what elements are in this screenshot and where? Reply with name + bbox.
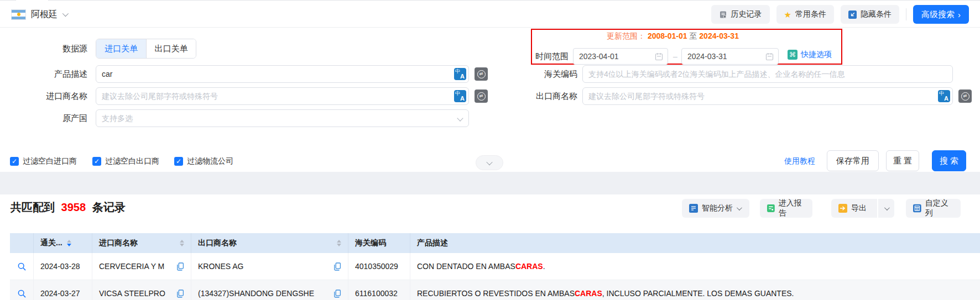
report-icon	[767, 204, 775, 213]
importer-label: 进口商名称	[10, 87, 87, 105]
sort-icon[interactable]	[337, 240, 341, 246]
highlight-term: CARAS	[515, 262, 543, 271]
hscode-input[interactable]	[582, 65, 953, 83]
origin-country-input[interactable]	[96, 109, 469, 127]
tab-import-declarations[interactable]: 进口关单	[96, 39, 146, 58]
tab-export-declarations[interactable]: 出口关单	[146, 39, 196, 58]
header-exporter[interactable]: 出口商名称	[191, 233, 348, 253]
quick-options-link[interactable]: ⌘ 快捷选项	[788, 50, 832, 60]
columns-icon	[913, 204, 921, 213]
exporter-input[interactable]	[582, 87, 953, 105]
translate-icon[interactable]: 中 A	[938, 90, 950, 102]
argentina-flag-icon	[11, 9, 26, 20]
results-panel: 共匹配到 3958 条记录 智能分析 进入报告 导出 自定义列	[0, 194, 980, 300]
start-date-input[interactable]: 2023-04-01	[573, 48, 668, 65]
cell-date: 2024-03-28	[34, 253, 92, 280]
translate-icon[interactable]: 中 A	[454, 90, 466, 102]
cell-exporter: KRONES AG	[191, 253, 348, 280]
sort-icon[interactable]	[67, 240, 71, 246]
cell-date: 2024-03-27	[34, 280, 92, 300]
copy-icon[interactable]	[333, 262, 341, 271]
magnifier-icon[interactable]	[17, 262, 27, 271]
topbar-divider	[906, 8, 906, 20]
product-desc-field: 中 A	[96, 65, 469, 83]
synonym-toggle-icon[interactable]: ⇄	[475, 67, 488, 81]
star-icon: ★	[784, 10, 791, 19]
export-icon	[838, 204, 847, 213]
hide-conditions-button[interactable]: 隐藏条件	[841, 5, 899, 24]
importer-input[interactable]	[96, 87, 469, 105]
export-button[interactable]: 导出	[831, 199, 877, 218]
analysis-icon	[689, 204, 698, 213]
favorites-button[interactable]: ★ 常用条件	[776, 5, 834, 24]
cell-product-desc: RECUBIERTOS O REVESTIDOS EN AMBAS CARAS,…	[410, 280, 980, 300]
export-label: 导出	[851, 203, 867, 213]
summary-suffix: 条记录	[92, 201, 126, 213]
chevron-down-icon	[737, 205, 742, 210]
datasource-tabs: 进口关单 出口关单	[96, 39, 196, 59]
customize-columns-button[interactable]: 自定义列	[906, 199, 961, 218]
customize-columns-label: 自定义列	[925, 198, 953, 218]
enter-report-label: 进入报告	[779, 198, 805, 218]
sort-icon[interactable]	[180, 240, 184, 246]
exporter-label: 出口商名称	[500, 87, 577, 105]
product-desc-label: 产品描述	[10, 65, 87, 83]
end-date-input[interactable]: 2024-03-31	[681, 48, 779, 65]
update-range-label: 更新范围：	[607, 31, 645, 40]
update-range-to: 2024-03-31	[699, 31, 739, 40]
checkbox-checked-icon: ✓	[92, 157, 101, 166]
header-clearance-date[interactable]: 通关...	[34, 233, 92, 253]
results-table: 通关... 进口商名称 出口商名称 海关编码 产品描述	[10, 233, 980, 300]
search-button[interactable]: 搜 索	[932, 150, 966, 171]
table-row: 2024-03-28 CERVECERIA Y M KRONES AG 4010…	[10, 253, 980, 280]
header-importer[interactable]: 进口商名称	[92, 233, 191, 253]
product-desc-input[interactable]	[96, 65, 469, 83]
header-detail-col	[10, 233, 34, 253]
hscode-label: 海关编码	[500, 65, 577, 83]
reset-button[interactable]: 重 置	[886, 150, 919, 171]
importer-field: 中 A	[96, 87, 469, 105]
collapse-icon	[848, 10, 857, 19]
enter-report-button[interactable]: 进入报告	[760, 199, 812, 218]
header-hscode: 海关编码	[348, 233, 410, 253]
header-product-desc: 产品描述	[410, 233, 980, 253]
checkbox-checked-icon: ✓	[10, 157, 19, 166]
start-date-value: 2023-04-01	[579, 52, 651, 61]
arrow-right-icon: ›	[958, 10, 961, 19]
export-dropdown-button[interactable]	[878, 199, 894, 218]
magnifier-icon[interactable]	[17, 289, 27, 298]
topbar: 阿根廷 历史记录 ★ 常用条件 隐藏条件 高级搜索	[0, 1, 980, 28]
smart-analysis-button[interactable]: 智能分析	[682, 199, 749, 218]
cell-importer: VICSA STEELPRO	[92, 280, 191, 300]
command-icon: ⌘	[788, 50, 797, 60]
tutorial-link[interactable]: 使用教程	[784, 150, 815, 171]
origin-country-select[interactable]	[96, 109, 469, 127]
cell-hscode: 6116100032	[348, 280, 410, 300]
filter-blank-exporter-checkbox[interactable]: ✓ 过滤空白出口商	[92, 156, 159, 166]
synonym-toggle-icon[interactable]: ⇄	[958, 90, 972, 103]
summary-prefix: 共匹配到	[11, 201, 55, 213]
advanced-search-button[interactable]: 高级搜索 ›	[913, 5, 969, 24]
topbar-actions: 历史记录 ★ 常用条件 隐藏条件 高级搜索 ›	[711, 5, 969, 24]
filter-blank-importer-checkbox[interactable]: ✓ 过滤空白进口商	[10, 156, 77, 166]
cell-importer: CERVECERIA Y M	[92, 253, 191, 280]
copy-icon[interactable]	[333, 290, 341, 298]
checkbox-checked-icon: ✓	[174, 157, 183, 166]
save-conditions-button[interactable]: 保存常用	[827, 150, 879, 171]
cell-hscode: 4010350029	[348, 253, 410, 280]
copy-icon[interactable]	[176, 262, 184, 271]
synonym-toggle-icon[interactable]: ⇄	[475, 90, 488, 103]
highlight-term: CARAS	[575, 289, 602, 298]
smart-analysis-label: 智能分析	[702, 203, 733, 213]
country-selector[interactable]: 阿根廷	[11, 6, 67, 23]
copy-icon[interactable]	[176, 290, 184, 298]
update-range-line: 更新范围： 2008-01-01 至 2024-03-31	[532, 31, 841, 41]
cell-product-desc: CON DENTADO EN AMBAS CARAS.	[410, 253, 980, 280]
history-button[interactable]: 历史记录	[711, 5, 770, 24]
filter-logistics-checkbox[interactable]: ✓ 过滤物流公司	[174, 156, 233, 166]
history-label: 历史记录	[731, 9, 762, 19]
row-detail-cell	[10, 253, 34, 280]
collapse-form-button[interactable]	[476, 155, 503, 170]
trade-search-screen: 阿根廷 历史记录 ★ 常用条件 隐藏条件 高级搜索	[0, 0, 980, 300]
translate-icon[interactable]: 中 A	[454, 68, 466, 80]
